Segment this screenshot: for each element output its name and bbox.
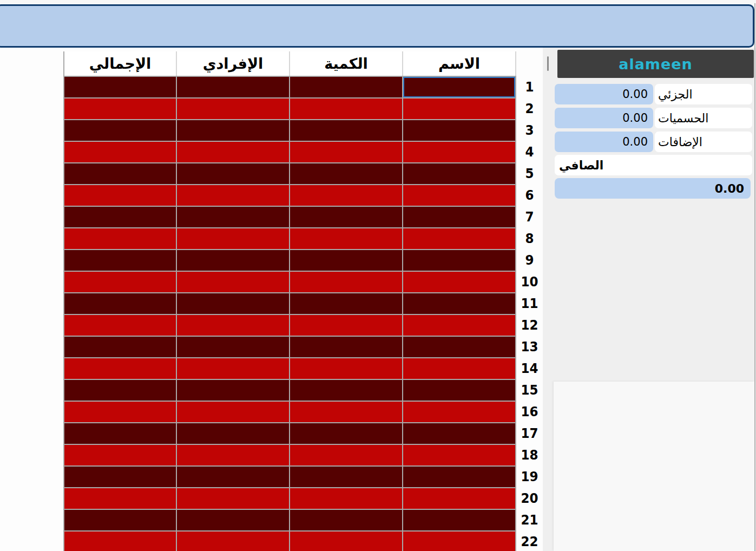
cell-name-row-6[interactable] <box>403 184 516 206</box>
cell-name-row-19[interactable] <box>403 465 516 487</box>
cell-quantity-row-4[interactable] <box>290 141 403 162</box>
cell-quantity-row-16[interactable] <box>290 401 403 422</box>
cell-total-row-9[interactable] <box>64 249 177 271</box>
cell-quantity-row-7[interactable] <box>290 206 403 227</box>
cell-total-row-18[interactable] <box>64 444 177 465</box>
cell-quantity-row-17[interactable] <box>290 422 403 444</box>
cell-quantity-row-6[interactable] <box>290 184 403 206</box>
cell-total-row-16[interactable] <box>64 401 177 422</box>
cell-name-row-11[interactable] <box>403 292 516 314</box>
cell-unit_price-row-6[interactable] <box>177 184 290 206</box>
cell-unit_price-row-13[interactable] <box>177 336 290 357</box>
cell-quantity-row-20[interactable] <box>290 487 403 509</box>
cell-quantity-row-2[interactable] <box>290 97 403 119</box>
cell-unit_price-row-19[interactable] <box>177 465 290 487</box>
cell-quantity-row-10[interactable] <box>290 271 403 292</box>
row-number[interactable]: 19 <box>517 465 542 487</box>
cell-name-row-2[interactable] <box>403 97 516 119</box>
cell-unit_price-row-17[interactable] <box>177 422 290 444</box>
cell-quantity-row-18[interactable] <box>290 444 403 465</box>
cell-name-row-21[interactable] <box>403 509 516 530</box>
column-header-total[interactable]: الإجمالي <box>64 51 177 76</box>
row-number[interactable]: 5 <box>517 162 542 184</box>
cell-name-row-5[interactable] <box>403 162 516 184</box>
cell-name-row-9[interactable] <box>403 249 516 271</box>
cell-total-row-14[interactable] <box>64 357 177 379</box>
cell-name-row-13[interactable] <box>403 336 516 357</box>
cell-unit_price-row-5[interactable] <box>177 162 290 184</box>
cell-unit_price-row-3[interactable] <box>177 119 290 141</box>
cell-name-row-1[interactable] <box>403 76 516 97</box>
cell-quantity-row-9[interactable] <box>290 249 403 271</box>
cell-quantity-row-21[interactable] <box>290 509 403 530</box>
row-number[interactable]: 20 <box>517 487 542 509</box>
row-number[interactable]: 4 <box>517 141 542 162</box>
cell-name-row-3[interactable] <box>403 119 516 141</box>
cell-total-row-17[interactable] <box>64 422 177 444</box>
row-number[interactable]: 14 <box>517 357 542 379</box>
cell-name-row-15[interactable] <box>403 379 516 401</box>
cell-name-row-14[interactable] <box>403 357 516 379</box>
cell-quantity-row-12[interactable] <box>290 314 403 336</box>
cell-unit_price-row-7[interactable] <box>177 206 290 227</box>
row-number[interactable]: 16 <box>517 401 542 422</box>
cell-quantity-row-11[interactable] <box>290 292 403 314</box>
cell-quantity-row-13[interactable] <box>290 336 403 357</box>
cell-unit_price-row-11[interactable] <box>177 292 290 314</box>
cell-name-row-22[interactable] <box>403 530 516 551</box>
cell-total-row-6[interactable] <box>64 184 177 206</box>
cell-unit_price-row-14[interactable] <box>177 357 290 379</box>
cell-name-row-17[interactable] <box>403 422 516 444</box>
cell-unit_price-row-9[interactable] <box>177 249 290 271</box>
row-number[interactable]: 2 <box>517 97 542 119</box>
row-number[interactable]: 18 <box>517 444 542 465</box>
row-number[interactable]: 13 <box>517 336 542 357</box>
cell-total-row-5[interactable] <box>64 162 177 184</box>
cell-unit_price-row-10[interactable] <box>177 271 290 292</box>
cell-name-row-16[interactable] <box>403 401 516 422</box>
cell-total-row-2[interactable] <box>64 97 177 119</box>
column-header-unit_price[interactable]: الإفرادي <box>177 51 290 76</box>
cell-name-row-7[interactable] <box>403 206 516 227</box>
net-value-field[interactable]: 0.00 <box>555 178 751 199</box>
cell-total-row-20[interactable] <box>64 487 177 509</box>
cell-unit_price-row-12[interactable] <box>177 314 290 336</box>
cell-quantity-row-19[interactable] <box>290 465 403 487</box>
cell-name-row-18[interactable] <box>403 444 516 465</box>
row-number[interactable]: 7 <box>517 206 542 227</box>
column-header-name[interactable]: الاسم <box>403 51 516 76</box>
cell-unit_price-row-1[interactable] <box>177 76 290 97</box>
cell-unit_price-row-4[interactable] <box>177 141 290 162</box>
cell-total-row-13[interactable] <box>64 336 177 357</box>
cell-unit_price-row-8[interactable] <box>177 227 290 249</box>
cell-quantity-row-5[interactable] <box>290 162 403 184</box>
cell-total-row-11[interactable] <box>64 292 177 314</box>
cell-unit_price-row-20[interactable] <box>177 487 290 509</box>
cell-quantity-row-3[interactable] <box>290 119 403 141</box>
row-number[interactable]: 17 <box>517 422 542 444</box>
row-number[interactable]: 3 <box>517 119 542 141</box>
cell-name-row-12[interactable] <box>403 314 516 336</box>
cell-quantity-row-14[interactable] <box>290 357 403 379</box>
row-number[interactable]: 21 <box>517 509 542 530</box>
cell-unit_price-row-22[interactable] <box>177 530 290 551</box>
cell-quantity-row-15[interactable] <box>290 379 403 401</box>
cell-unit_price-row-18[interactable] <box>177 444 290 465</box>
cell-name-row-10[interactable] <box>403 271 516 292</box>
cell-total-row-21[interactable] <box>64 509 177 530</box>
cell-total-row-3[interactable] <box>64 119 177 141</box>
row-number[interactable]: 12 <box>517 314 542 336</box>
cell-total-row-15[interactable] <box>64 379 177 401</box>
cell-name-row-8[interactable] <box>403 227 516 249</box>
row-number[interactable]: 8 <box>517 227 542 249</box>
row-number[interactable]: 15 <box>517 379 542 401</box>
cell-name-row-20[interactable] <box>403 487 516 509</box>
row-number[interactable]: 1 <box>517 76 542 97</box>
cell-unit_price-row-15[interactable] <box>177 379 290 401</box>
cell-total-row-22[interactable] <box>64 530 177 551</box>
row-number[interactable]: 22 <box>517 530 542 551</box>
cell-quantity-row-8[interactable] <box>290 227 403 249</box>
row-number[interactable]: 11 <box>517 292 542 314</box>
cell-unit_price-row-16[interactable] <box>177 401 290 422</box>
row-number[interactable]: 10 <box>517 271 542 292</box>
